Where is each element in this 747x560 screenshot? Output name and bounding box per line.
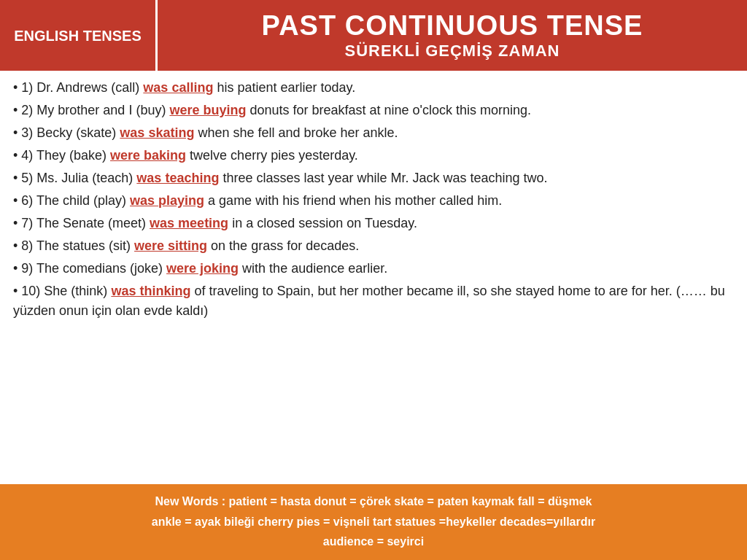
list-item: • 6) The child (play) was playing a game… bbox=[13, 191, 734, 211]
bullet-icon: • bbox=[13, 171, 21, 185]
vocab-text: New Words : patient = hasta donut = çöre… bbox=[15, 491, 732, 551]
list-item: • 4) They (bake) were baking twelve cher… bbox=[13, 146, 734, 166]
sentence-answer: was skating bbox=[120, 125, 194, 140]
sentence-before: 1) Dr. Andrews (call) bbox=[21, 80, 143, 95]
list-item: • 3) Becky (skate) was skating when she … bbox=[13, 123, 734, 143]
bullet-icon: • bbox=[13, 103, 21, 117]
sentence-before: 9) The comedians (joke) bbox=[21, 261, 166, 276]
bullet-icon: • bbox=[13, 261, 21, 276]
sentence-before: 8) The statues (sit) bbox=[21, 238, 134, 253]
bullet-icon: • bbox=[13, 125, 21, 140]
sentence-answer: was calling bbox=[143, 80, 213, 95]
list-item: • 10) She (think) was thinking of travel… bbox=[13, 281, 734, 321]
sentence-after: donuts for breakfast at nine o'clock thi… bbox=[246, 103, 531, 117]
bullet-icon: • bbox=[13, 80, 21, 95]
sentence-after: with the audience earlier. bbox=[239, 261, 387, 276]
sentence-answer: was meeting bbox=[150, 216, 228, 230]
sentence-answer: was thinking bbox=[111, 284, 190, 298]
bullet-icon: • bbox=[13, 148, 21, 163]
vocab-line-1: New Words : patient = hasta donut = çöre… bbox=[15, 491, 732, 511]
sentence-before: 2) My brother and I (buy) bbox=[21, 103, 169, 117]
list-item: • 2) My brother and I (buy) were buying … bbox=[13, 101, 734, 120]
sentence-answer: were joking bbox=[166, 261, 239, 276]
sentence-answer: was teaching bbox=[136, 171, 219, 185]
sentence-answer: were baking bbox=[110, 148, 186, 163]
header-left: ENGLISH TENSES bbox=[0, 0, 158, 71]
list-item: • 9) The comedians (joke) were joking wi… bbox=[13, 259, 734, 279]
sentence-after: three classes last year while Mr. Jack w… bbox=[219, 171, 547, 185]
list-item: • 7) The Senate (meet) was meeting in a … bbox=[13, 214, 734, 233]
list-item: • 8) The statues (sit) were sitting on t… bbox=[13, 236, 734, 256]
main-content: • 1) Dr. Andrews (call) was calling his … bbox=[0, 71, 747, 330]
sentence-answer: was playing bbox=[130, 193, 204, 208]
sentence-after: when she fell and broke her ankle. bbox=[194, 125, 398, 140]
page-title: PAST CONTINUOUS TENSE bbox=[262, 10, 643, 42]
sentence-after: a game with his friend when his mother c… bbox=[204, 193, 502, 208]
vocabulary-box: New Words : patient = hasta donut = çöre… bbox=[0, 484, 747, 560]
header-right: PAST CONTINUOUS TENSE SÜREKLİ GEÇMİŞ ZAM… bbox=[158, 0, 747, 71]
bullet-icon: • bbox=[13, 238, 21, 253]
vocab-line-3: audience = seyirci bbox=[15, 532, 732, 551]
vocab-line-2: ankle = ayak bileği cherry pies = vişnel… bbox=[15, 512, 732, 532]
list-item: • 5) Ms. Julia (teach) was teaching thre… bbox=[13, 168, 734, 188]
sentence-after: his patient earlier today. bbox=[213, 80, 355, 95]
sentence-before: 7) The Senate (meet) bbox=[21, 216, 150, 230]
sentence-after: in a closed session on Tuesday. bbox=[228, 216, 417, 230]
sentence-answer: were buying bbox=[169, 103, 246, 117]
sentence-after: on the grass for decades. bbox=[207, 238, 359, 253]
bullet-icon: • bbox=[13, 216, 21, 230]
sentence-before: 4) They (bake) bbox=[21, 148, 110, 163]
sentence-after: twelve cherry pies yesterday. bbox=[186, 148, 358, 163]
english-tenses-label: ENGLISH TENSES bbox=[14, 26, 141, 45]
page-subtitle: SÜREKLİ GEÇMİŞ ZAMAN bbox=[345, 42, 560, 61]
bullet-icon: • bbox=[13, 193, 21, 208]
sentence-before: 5) Ms. Julia (teach) bbox=[21, 171, 136, 185]
header: ENGLISH TENSES PAST CONTINUOUS TENSE SÜR… bbox=[0, 0, 747, 71]
list-item: • 1) Dr. Andrews (call) was calling his … bbox=[13, 78, 734, 98]
bullet-icon: • bbox=[13, 284, 21, 298]
sentence-before: 6) The child (play) bbox=[21, 193, 130, 208]
sentence-before: 10) She (think) bbox=[21, 284, 111, 298]
sentence-answer: were sitting bbox=[134, 238, 207, 253]
sentence-before: 3) Becky (skate) bbox=[21, 125, 120, 140]
